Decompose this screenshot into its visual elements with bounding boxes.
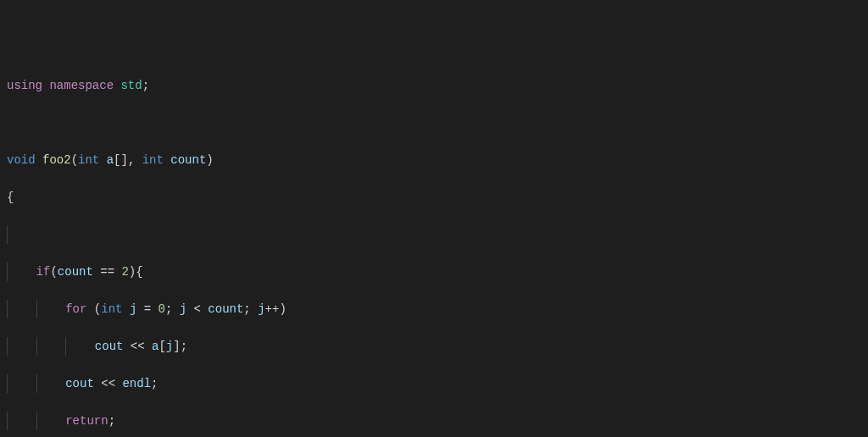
var-j: j bbox=[180, 302, 186, 316]
semi: ; bbox=[181, 340, 187, 353]
rparen: ) bbox=[206, 153, 213, 167]
var-j: j bbox=[258, 302, 264, 316]
code-line: if(count == 2){ bbox=[7, 263, 861, 281]
code-line: cout << endl; bbox=[7, 374, 861, 393]
keyword-int: int bbox=[142, 153, 164, 167]
code-line bbox=[7, 225, 861, 244]
var-count: count bbox=[58, 265, 93, 279]
number-0: 0 bbox=[159, 302, 165, 316]
code-line: { bbox=[7, 188, 861, 207]
keyword-namespace: namespace bbox=[49, 79, 114, 92]
rparen-brace: ){ bbox=[129, 265, 143, 279]
semi: ; bbox=[108, 414, 115, 428]
var-j: j bbox=[166, 340, 173, 353]
keyword-return: return bbox=[65, 414, 108, 428]
semicolon: ; bbox=[142, 79, 149, 92]
code-line: void foo2(int a[], int count) bbox=[7, 151, 861, 169]
var-endl: endl bbox=[122, 377, 151, 390]
code-line: using namespace std; bbox=[7, 76, 861, 95]
code-editor[interactable]: using namespace std; void foo2(int a[], … bbox=[7, 76, 861, 437]
op-shift: << bbox=[123, 340, 152, 353]
lparen: ( bbox=[86, 302, 101, 316]
code-line: for (int j = 0; j < count; j++) bbox=[7, 300, 861, 318]
rbracket: ] bbox=[173, 340, 180, 353]
code-line bbox=[7, 113, 861, 132]
keyword-int: int bbox=[101, 302, 122, 316]
keyword-if: if bbox=[36, 265, 51, 279]
lparen: ( bbox=[71, 153, 78, 167]
keyword-void: void bbox=[7, 153, 36, 167]
keyword-using: using bbox=[7, 79, 42, 92]
op-lt: < bbox=[186, 302, 208, 316]
identifier-std: std bbox=[120, 79, 142, 92]
lbracket: [ bbox=[159, 340, 165, 353]
code-line: cout << a[j]; bbox=[7, 337, 861, 356]
var-count: count bbox=[208, 302, 243, 316]
op-eq: == bbox=[93, 265, 122, 279]
function-foo2: foo2 bbox=[42, 153, 71, 167]
semi: ; bbox=[243, 302, 258, 316]
param-a: a bbox=[107, 153, 114, 167]
op-assign: = bbox=[136, 302, 158, 316]
number-2: 2 bbox=[121, 265, 128, 279]
semi: ; bbox=[151, 377, 158, 390]
keyword-for: for bbox=[65, 302, 86, 316]
var-cout: cout bbox=[65, 377, 94, 390]
param-count: count bbox=[170, 153, 206, 167]
rparen: ) bbox=[279, 302, 286, 316]
op-inc: ++ bbox=[265, 302, 280, 316]
lparen: ( bbox=[50, 265, 57, 279]
semi: ; bbox=[165, 302, 180, 316]
brace: { bbox=[7, 191, 14, 204]
brackets: [] bbox=[114, 153, 128, 167]
var-cout: cout bbox=[95, 340, 124, 353]
comma: , bbox=[128, 153, 142, 167]
keyword-int: int bbox=[78, 153, 99, 167]
op-shift: << bbox=[94, 377, 123, 390]
code-line: return; bbox=[7, 412, 861, 430]
